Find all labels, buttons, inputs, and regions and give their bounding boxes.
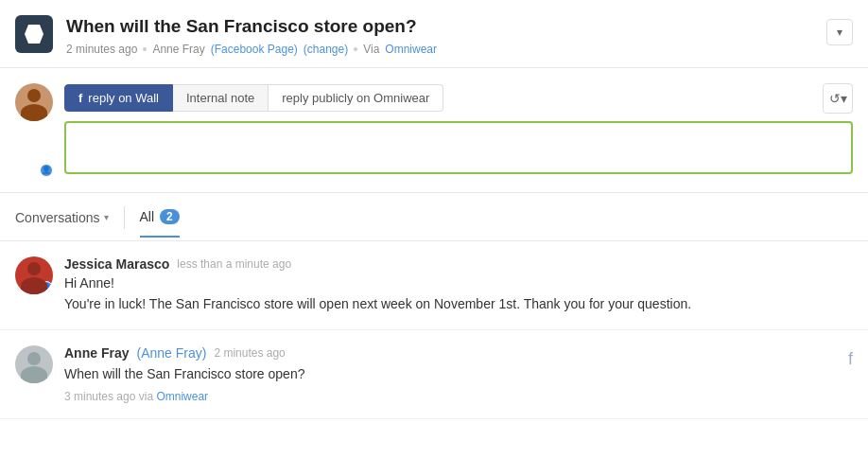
conversations-label[interactable]: Conversations ▾ <box>15 210 109 237</box>
anne-time: 2 minutes ago <box>214 346 285 360</box>
jessica-time: less than a minute ago <box>177 257 291 271</box>
dot-separator-2 <box>354 47 357 51</box>
anne-avatar <box>15 345 53 383</box>
anne-omniwear-link[interactable]: Omniwear <box>156 390 208 403</box>
tab-reply-public[interactable]: reply publicly on Omniwear <box>269 84 443 112</box>
anne-sub-time: 3 minutes ago <box>64 390 135 403</box>
facebook-page-link[interactable]: (Facebook Page) <box>211 43 298 56</box>
jessica-badge: 👤 <box>40 281 53 294</box>
anne-message-content: Anne Fray (Anne Fray) 2 minutes ago When… <box>64 345 837 403</box>
tab-internal-note[interactable]: Internal note <box>173 84 269 112</box>
jessica-text: You're in luck! The San Francisco store … <box>64 294 853 314</box>
reply-avatar-wrapper: 👤 <box>15 83 53 177</box>
avatar-badge: 👤 <box>40 164 53 177</box>
badge-icon: 👤 <box>42 166 51 174</box>
facebook-icon: f <box>78 91 82 105</box>
header-content: When will the San Francisco store open? … <box>66 15 826 56</box>
jessica-sender: Jessica Marasco less than a minute ago <box>64 256 853 272</box>
jessica-name: Jessica Marasco <box>64 256 169 272</box>
conversations-text: Conversations <box>15 210 100 225</box>
jessica-message-content: Jessica Marasco less than a minute ago H… <box>64 256 853 314</box>
reply-area: 👤 f reply on Wall Internal note reply pu… <box>0 68 868 193</box>
reply-avatar <box>15 83 53 121</box>
app-logo <box>15 15 53 53</box>
dot-separator-1 <box>143 47 147 51</box>
logo-shape <box>25 25 43 44</box>
reply-action-icon: ↺▾ <box>829 91 847 106</box>
anne-sub-via: via <box>139 390 153 403</box>
message-item: 👤 Jessica Marasco less than a minute ago… <box>0 241 868 330</box>
reply-main: f reply on Wall Internal note reply publ… <box>64 83 853 177</box>
conversations-header: Conversations ▾ All 2 <box>0 193 868 241</box>
tab-all[interactable]: All 2 <box>140 209 180 238</box>
reply-actions-right: ↺▾ <box>823 83 853 114</box>
anne-sub: 3 minutes ago via Omniwear <box>64 390 837 403</box>
tab-facebook[interactable]: f reply on Wall <box>64 84 173 112</box>
header-time: 2 minutes ago <box>66 43 137 56</box>
anne-name: Anne Fray <box>64 345 129 361</box>
header-author: Anne Fray <box>152 43 204 56</box>
anne-sender: Anne Fray (Anne Fray) 2 minutes ago <box>64 345 837 361</box>
via-label: Via <box>363 43 379 56</box>
all-tab-label: All <box>140 209 155 224</box>
change-link[interactable]: (change) <box>304 43 348 56</box>
anne-name-link[interactable]: (Anne Fray) <box>136 345 206 361</box>
jessica-avatar: 👤 <box>15 256 53 294</box>
reply-textarea[interactable] <box>64 121 853 174</box>
conversations-section: Conversations ▾ All 2 👤 Jessica Marasco … <box>0 193 868 419</box>
header-meta: 2 minutes ago Anne Fray (Facebook Page) … <box>66 43 826 56</box>
reply-tabs: f reply on Wall Internal note reply publ… <box>64 83 853 114</box>
count-badge: 2 <box>160 209 180 224</box>
anne-message-item: Anne Fray (Anne Fray) 2 minutes ago When… <box>0 330 868 419</box>
jessica-greeting: Hi Anne! <box>64 275 853 291</box>
page-header: When will the San Francisco store open? … <box>0 0 868 68</box>
reply-action-button[interactable]: ↺▾ <box>823 83 853 114</box>
conversations-chevron: ▾ <box>104 212 109 222</box>
omniwear-link[interactable]: Omniwear <box>385 43 437 56</box>
header-dropdown-button[interactable]: ▾ <box>826 19 853 45</box>
anne-text: When will the San Francisco store open? <box>64 364 837 384</box>
tab-facebook-label: reply on Wall <box>88 91 159 105</box>
facebook-right-icon: f <box>848 349 853 403</box>
tab-separator <box>124 206 125 229</box>
page-title: When will the San Francisco store open? <box>66 15 826 39</box>
